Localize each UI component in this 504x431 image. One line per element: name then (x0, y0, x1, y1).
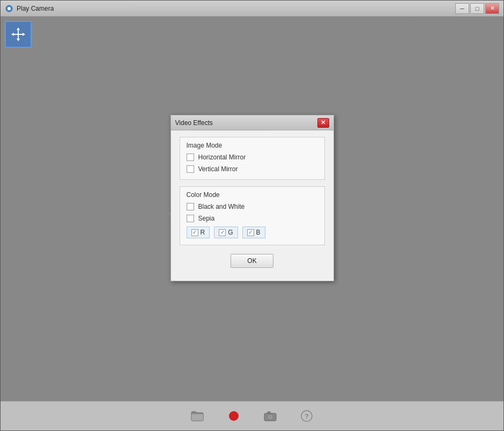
camera-icon[interactable] (263, 408, 278, 423)
svg-point-10 (269, 416, 271, 418)
dialog-body: Image Mode Horizontal Mirror Vertical Mi… (171, 130, 333, 281)
color-mode-label: Color Mode (187, 191, 318, 199)
minimize-button[interactable]: ─ (455, 3, 469, 14)
black-and-white-checkbox[interactable] (187, 203, 194, 210)
black-and-white-row: Black and White (187, 203, 318, 210)
horizontal-mirror-row: Horizontal Mirror (187, 154, 318, 161)
bottom-bar: ? (1, 401, 503, 430)
camera-view: SOFTPEDIA www.softpedia.com Video Effect… (1, 17, 503, 401)
record-icon[interactable] (226, 408, 241, 423)
svg-marker-5 (17, 39, 20, 41)
b-channel-label: B (256, 229, 261, 236)
maximize-button[interactable]: □ (470, 3, 484, 14)
video-effects-dialog: Video Effects ✕ Image Mode Horizontal Mi… (171, 115, 334, 281)
title-bar: Play Camera ─ □ ✕ (1, 1, 503, 17)
image-mode-label: Image Mode (187, 142, 318, 149)
svg-point-1 (8, 7, 11, 10)
window-controls: ─ □ ✕ (455, 3, 499, 14)
b-channel-checkbox[interactable] (247, 229, 254, 236)
svg-marker-4 (17, 27, 20, 30)
black-and-white-label: Black and White (198, 203, 245, 210)
r-channel-label: R (201, 229, 205, 236)
vertical-mirror-checkbox[interactable] (187, 165, 194, 173)
rgb-row: R G B (187, 227, 318, 238)
svg-marker-7 (23, 33, 25, 36)
move-icon[interactable] (5, 21, 32, 48)
r-channel-item[interactable]: R (187, 227, 210, 238)
dialog-footer: OK (180, 252, 325, 272)
svg-text:?: ? (305, 412, 309, 420)
dialog-overlay: Video Effects ✕ Image Mode Horizontal Mi… (1, 17, 503, 401)
b-channel-item[interactable]: B (242, 227, 265, 238)
sepia-label: Sepia (198, 215, 215, 222)
dialog-close-button[interactable]: ✕ (317, 118, 329, 128)
dialog-title: Video Effects (175, 119, 317, 127)
app-icon (5, 4, 13, 13)
g-channel-item[interactable]: G (214, 227, 238, 238)
folder-icon[interactable] (190, 408, 205, 423)
color-mode-section: Color Mode Black and White Sepia (180, 186, 325, 245)
help-icon[interactable]: ? (299, 408, 314, 423)
main-window: Play Camera ─ □ ✕ SOFTPEDIA www. (0, 0, 504, 431)
r-channel-checkbox[interactable] (191, 229, 198, 236)
window-close-button[interactable]: ✕ (485, 3, 499, 14)
content-area: SOFTPEDIA www.softpedia.com Video Effect… (1, 17, 503, 430)
svg-marker-6 (11, 33, 14, 36)
dialog-title-bar: Video Effects ✕ (171, 115, 333, 130)
g-channel-checkbox[interactable] (219, 229, 226, 236)
sepia-checkbox[interactable] (187, 215, 194, 222)
svg-rect-11 (268, 412, 270, 413)
g-channel-label: G (228, 229, 233, 236)
window-title: Play Camera (17, 5, 455, 12)
vertical-mirror-row: Vertical Mirror (187, 165, 318, 173)
ok-button[interactable]: OK (231, 254, 273, 268)
horizontal-mirror-checkbox[interactable] (187, 154, 194, 161)
vertical-mirror-label: Vertical Mirror (198, 165, 238, 173)
image-mode-section: Image Mode Horizontal Mirror Vertical Mi… (180, 137, 325, 180)
sepia-row: Sepia (187, 215, 318, 222)
record-dot[interactable] (229, 411, 239, 421)
horizontal-mirror-label: Horizontal Mirror (198, 154, 246, 161)
